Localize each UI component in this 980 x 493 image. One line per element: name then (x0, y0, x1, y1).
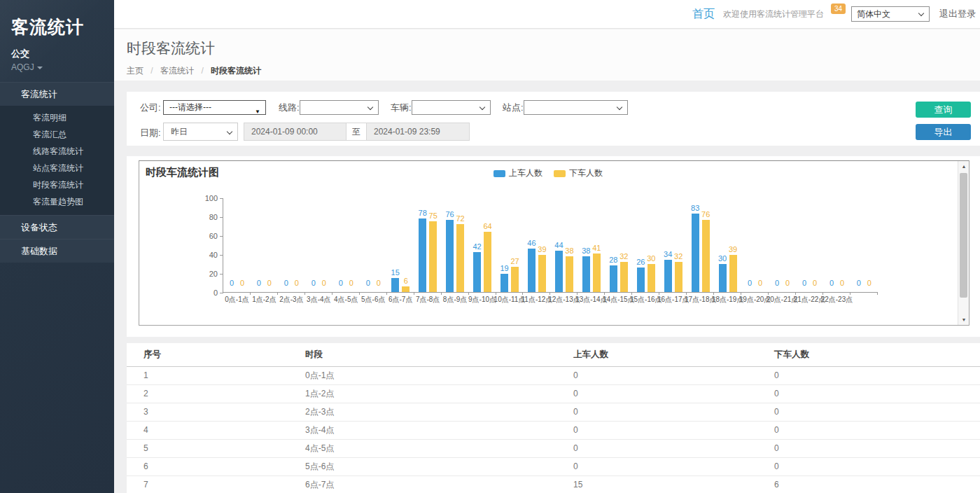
y-axis-tick-label: 20 (195, 270, 218, 278)
table-cell: 1点-2点 (288, 384, 556, 403)
y-axis-tick (220, 293, 223, 293)
table-row: 54点-5点00 (127, 439, 980, 457)
bar-value-label: 0 (785, 279, 790, 287)
bar-group: 1566点-7点 (387, 197, 414, 292)
bar-boarding (610, 265, 617, 292)
sidebar-menu: 客流统计客流明细客流汇总线路客流统计站点客流统计时段客流统计客流量趋势图设备状态… (0, 82, 114, 263)
bar-slot-alighting: 30 (648, 197, 655, 292)
chart-scrollbar[interactable]: ▲ ▼ (958, 161, 969, 325)
dropdown-arrow-icon: ▼ (255, 105, 260, 118)
bar-group: 000点-1点 (223, 197, 251, 292)
bar-value-label: 32 (620, 252, 628, 261)
bar-boarding (391, 278, 399, 292)
bar-group: 263015点-16点 (632, 197, 659, 292)
bar-alighting (538, 255, 546, 292)
bar-group: 003点-4点 (305, 197, 332, 292)
bar-value-label: 0 (802, 279, 806, 287)
sidebar-item[interactable]: 时段客流统计 (0, 176, 114, 193)
org-selector[interactable]: AQGJ (11, 62, 103, 72)
bar-group: 192710点-11点 (496, 197, 524, 292)
table-cell: 0 (556, 439, 757, 457)
scroll-down-icon[interactable]: ▼ (958, 314, 969, 325)
bar-value-label: 76 (445, 210, 454, 218)
date-preset-select[interactable]: 昨日 (163, 123, 238, 141)
line-label: 线路: (279, 100, 300, 115)
scrollbar-thumb[interactable] (960, 173, 967, 298)
sidebar-item[interactable]: 站点客流统计 (0, 160, 114, 176)
line-select[interactable] (300, 100, 379, 115)
sidebar-item[interactable]: 客流明细 (0, 109, 114, 126)
bar-value-label: 44 (554, 241, 563, 249)
chart-legend: 上车人数下车人数 (139, 167, 957, 179)
legend-item[interactable]: 下车人数 (554, 167, 603, 179)
bar-boarding (528, 249, 536, 292)
page-title: 时段客流统计 (127, 39, 980, 58)
nav-home-link[interactable]: 首页 (692, 7, 715, 22)
sidebar-item[interactable]: 设备状态 (0, 215, 114, 239)
table-cell: 5 (127, 439, 288, 457)
bar-value-label: 30 (647, 254, 655, 263)
x-axis-tick (414, 292, 414, 295)
bar-slot-boarding: 38 (582, 197, 590, 292)
station-select[interactable] (524, 100, 628, 115)
bar-boarding (500, 274, 508, 292)
bar-value-label: 0 (295, 279, 299, 287)
bar-group: 002点-3点 (278, 197, 305, 292)
bar-group: 0019点-20点 (741, 197, 769, 292)
sidebar-item[interactable]: 客流统计 (0, 82, 114, 106)
company-select[interactable]: ---请选择--- ▼ (163, 100, 266, 115)
x-axis-label: 0点-1点 (225, 295, 248, 305)
caret-down-icon (37, 67, 43, 69)
bar-value-label: 38 (582, 246, 590, 255)
sidebar-item[interactable]: 客流量趋势图 (0, 193, 114, 210)
bar-value-label: 76 (701, 210, 710, 218)
bar-value-label: 0 (267, 279, 272, 287)
y-axis-tick-label: 100 (195, 194, 218, 202)
date-to-label: 至 (346, 123, 366, 141)
breadcrumb-section[interactable]: 客流统计 (160, 66, 194, 76)
chevron-down-icon (227, 129, 232, 134)
bar-value-label: 0 (257, 279, 261, 287)
date-range: 2024-01-09 00:00 至 2024-01-09 23:59 (244, 123, 470, 141)
sidebar-item[interactable]: 基础数据 (0, 239, 114, 263)
breadcrumb-home[interactable]: 主页 (127, 66, 144, 76)
table-cell: 0 (556, 457, 757, 475)
vehicle-select[interactable] (412, 100, 491, 115)
bar-group: 0022点-23点 (823, 197, 850, 292)
scroll-up-icon[interactable]: ▲ (958, 161, 969, 172)
logout-link[interactable]: 退出登录 (939, 8, 976, 20)
sidebar-item[interactable]: 线路客流统计 (0, 143, 114, 160)
export-button[interactable]: 导出 (916, 124, 971, 140)
table-cell: 0 (757, 439, 980, 457)
bar-group: 76728点-9点 (442, 197, 469, 292)
sidebar-item[interactable]: 客流汇总 (0, 126, 114, 143)
legend-item[interactable]: 上车人数 (493, 167, 542, 179)
bar-slot-boarding: 0 (800, 197, 808, 292)
bar-slot-alighting: 0 (293, 197, 300, 292)
bar-value-label: 39 (538, 245, 546, 254)
y-axis-tick-label: 40 (195, 251, 218, 259)
org-code-label: AQGJ (11, 62, 34, 72)
date-from-input[interactable]: 2024-01-09 00:00 (244, 123, 346, 141)
query-button[interactable]: 查询 (916, 102, 971, 118)
bar-value-label: 0 (857, 279, 861, 287)
legend-swatch (493, 170, 505, 177)
x-axis-label: 22点-23点 (821, 295, 853, 305)
date-preset-value: 昨日 (171, 127, 188, 137)
table-cell: 1 (127, 366, 288, 384)
table-cell: 15 (556, 475, 757, 493)
notification-badge[interactable]: 34 (831, 4, 846, 14)
bar-group: 463911点-12点 (523, 197, 550, 292)
x-axis-tick (441, 292, 442, 295)
chart-plot: 020406080100000点-1点001点-2点002点-3点003点-4点… (223, 198, 878, 293)
bar-alighting (456, 224, 464, 292)
bar-slot-alighting: 38 (566, 197, 573, 292)
date-to-input[interactable]: 2024-01-09 23:59 (366, 123, 470, 141)
bar-slot-alighting: 0 (757, 197, 764, 292)
bar-alighting (702, 220, 710, 292)
x-axis-label: 5点-6点 (361, 295, 385, 305)
language-select[interactable]: 简体中文 (851, 6, 930, 22)
x-axis-tick (359, 292, 360, 295)
x-axis-tick (332, 292, 332, 295)
breadcrumb-current: 时段客流统计 (211, 66, 261, 76)
